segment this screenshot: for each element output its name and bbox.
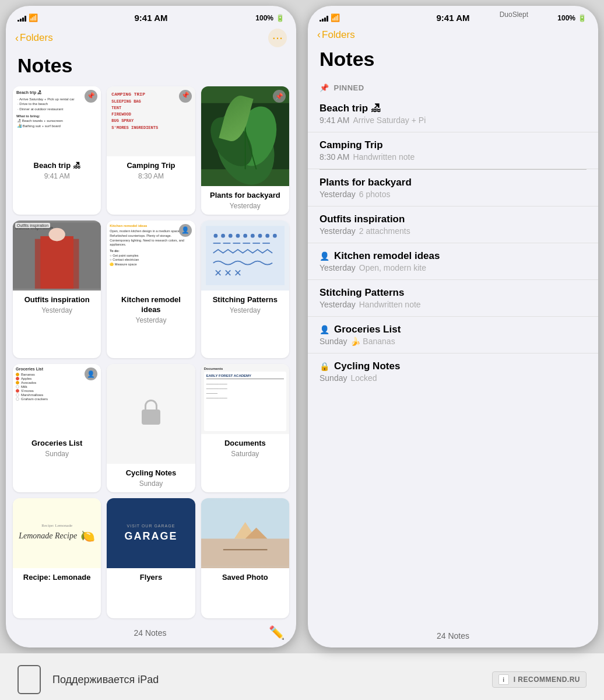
svg-rect-35 [201, 539, 289, 566]
time-cycling: Sunday [319, 373, 347, 383]
time-camping: 8:30 AM [319, 152, 349, 162]
signal-icon [17, 15, 26, 22]
note-card-lemonade[interactable]: Recipe: Lemonade Lemonade Recipe 🍋 Recip… [13, 498, 101, 618]
preview-camping: Handwritten note [353, 152, 415, 162]
note-card-body-lemonade: Recipe: Lemonade [13, 568, 101, 589]
note-card-stitching[interactable]: Stitching Patterns Yesterday [201, 220, 289, 359]
list-item-plants[interactable]: Plants for backyard Yesterday 6 photos [308, 170, 598, 206]
more-button[interactable]: ··· [268, 29, 287, 47]
note-card-body-flyers: Flyers [107, 568, 195, 589]
shared-icon-groceries: 👤 [319, 325, 329, 334]
note-date-kitchen: Yesterday [111, 316, 190, 324]
note-card-body-beach: Beach trip 🏖 9:41 AM [13, 156, 101, 185]
duoslept-label: DuoSlept [500, 10, 528, 19]
list-item-beach-trip[interactable]: Beach trip 🏖 9:41 AM Arrive Saturday + P… [308, 96, 598, 132]
note-card-saved-photo[interactable]: Saved Photo [201, 498, 289, 618]
shared-icon-kitchen: 👤 [319, 251, 329, 261]
nav-bar-left: ‹ Folders ··· [6, 26, 296, 52]
list-title-stitching: Stitching Patterns [319, 287, 587, 299]
svg-point-16 [236, 234, 240, 238]
title-text-stitching: Stitching Patterns [319, 287, 404, 299]
svg-point-14 [221, 234, 225, 238]
battery-area: 100% 🔋 [195, 14, 285, 22]
note-title-groceries: Groceries List [17, 439, 96, 449]
pinned-label: PINNED [334, 83, 364, 92]
svg-point-21 [273, 234, 277, 238]
back-button-left[interactable]: ‹ Folders [15, 32, 53, 44]
compose-button-left[interactable]: ✏️ [269, 625, 285, 640]
recommend-badge: i I RECOMMEND.RU [492, 671, 587, 688]
signal-area: 📶 [17, 13, 107, 22]
wifi-icon: 📶 [29, 13, 38, 22]
title-text-plants: Plants for backyard [319, 177, 412, 188]
title-text-camping: Camping Trip [319, 139, 383, 151]
note-title-plants: Plants for backyard [206, 191, 285, 201]
note-card-body-camping: Camping Trip 8:30 AM [107, 156, 195, 185]
note-preview-groceries: 👤 Groceries List Bananas Apples Avocados… [13, 364, 101, 434]
bottom-bar-right: 24 Notes [308, 624, 598, 648]
note-title-lemonade: Recipe: Lemonade [17, 573, 96, 583]
back-button-right[interactable]: ‹ Folders [317, 29, 355, 41]
note-card-cycling[interactable]: Cycling Notes Sunday [107, 364, 195, 492]
bottom-text: Поддерживается iPad [52, 674, 159, 686]
note-preview-plants: 📌 [201, 86, 289, 186]
note-card-plants[interactable]: 📌 Plants for backyard Yesterday [201, 86, 289, 215]
svg-point-15 [229, 234, 233, 238]
note-card-beach-trip[interactable]: 📌 Beach trip 🏖 · Arrive Saturday + Pick … [13, 86, 101, 215]
title-text-cycling: Cycling Notes [334, 360, 400, 372]
battery-percent: 100% [255, 14, 273, 22]
note-card-body-cycling: Cycling Notes Sunday [107, 464, 195, 492]
note-preview-beach-trip: 📌 Beach trip 🏖 · Arrive Saturday + Pick … [13, 86, 101, 156]
list-item-outfits[interactable]: Outfits inspiration Yesterday 2 attachme… [308, 206, 598, 243]
list-item-stitching[interactable]: Stitching Patterns Yesterday Handwritten… [308, 280, 598, 317]
chevron-left-icon-right: ‹ [317, 29, 321, 41]
right-phone: DuoSlept 📶 9:41 AM 100% 🔋 ‹ [308, 6, 598, 648]
svg-point-11 [48, 228, 65, 241]
list-item-groceries[interactable]: 👤 Groceries List Sunday 🍌 Bananas [308, 317, 598, 354]
note-card-body-outfits: Outfits inspiration Yesterday [13, 290, 101, 319]
note-title-beach: Beach trip 🏖 [17, 161, 96, 171]
note-preview-camping: 📌 CAMPING TRIP SLEEPING BAG TENT FIREWOO… [107, 86, 195, 156]
list-meta-plants: Yesterday 6 photos [319, 190, 587, 199]
note-title-stitching: Stitching Patterns [206, 295, 285, 305]
svg-point-13 [213, 234, 217, 238]
note-preview-documents: Documents EARLY FOREST ACADEMY _________… [201, 364, 289, 434]
note-card-outfits[interactable]: Outfits inspiration Outfits inspiration … [13, 220, 101, 359]
note-card-body-saved-photo: Saved Photo [201, 568, 289, 589]
status-bar-right: 📶 9:41 AM 100% 🔋 [308, 6, 598, 26]
bottom-bar-left: 24 Notes ✏️ [6, 618, 296, 648]
note-card-kitchen[interactable]: 👤 Kitchen remodel ideas Open, modern kit… [107, 220, 195, 359]
note-card-body-kitchen: Kitchen remodel ideas Yesterday [107, 290, 195, 329]
svg-point-18 [251, 234, 255, 238]
list-title-plants: Plants for backyard [319, 177, 587, 188]
list-title-groceries: 👤 Groceries List [319, 324, 587, 335]
lemon-emoji: 🍋 [80, 529, 95, 543]
wifi-icon-right: 📶 [331, 13, 340, 22]
lemonade-script: Lemonade Recipe [19, 531, 77, 541]
battery-icon: 🔋 [276, 14, 285, 22]
battery-percent-right: 100% [557, 14, 575, 22]
note-preview-cycling [107, 364, 195, 464]
notes-count-right: 24 Notes [437, 631, 469, 640]
note-preview-outfits: Outfits inspiration [13, 220, 101, 290]
list-item-cycling[interactable]: 🔒 Cycling Notes Sunday Locked [308, 354, 598, 390]
note-card-documents[interactable]: Documents EARLY FOREST ACADEMY _________… [201, 364, 289, 492]
note-card-camping-trip[interactable]: 📌 CAMPING TRIP SLEEPING BAG TENT FIREWOO… [107, 86, 195, 215]
pin-icon: 📌 [273, 90, 286, 103]
list-title-outfits: Outfits inspiration [319, 214, 587, 225]
list-title-kitchen: 👤 Kitchen remodel ideas [319, 250, 587, 262]
note-card-body-stitching: Stitching Patterns Yesterday [201, 290, 289, 319]
note-title-camping: Camping Trip [111, 161, 190, 171]
list-item-kitchen[interactable]: 👤 Kitchen remodel ideas Yesterday Open, … [308, 243, 598, 280]
list-meta-stitching: Yesterday Handwritten note [319, 300, 587, 309]
note-card-flyers[interactable]: VISIT OUR GARAGE GARAGE Flyers [107, 498, 195, 618]
note-card-body-documents: Documents Saturday [201, 434, 289, 463]
title-text-groceries: Groceries List [334, 324, 401, 335]
list-item-camping[interactable]: Camping Trip 8:30 AM Handwritten note [308, 132, 598, 169]
status-time-right: 9:41 AM [409, 13, 498, 23]
note-card-groceries[interactable]: 👤 Groceries List Bananas Apples Avocados… [13, 364, 101, 492]
recommend-text: I RECOMMEND.RU [514, 676, 580, 684]
time-beach: 9:41 AM [319, 116, 349, 125]
time-plants: Yesterday [319, 190, 356, 199]
note-title-documents: Documents [206, 439, 285, 449]
